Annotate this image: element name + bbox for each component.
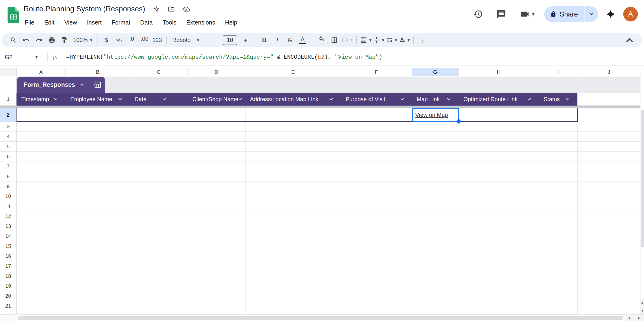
column-header-e[interactable]: E [245,68,341,76]
vertical-scrollbar[interactable]: ▲ ▼ [640,68,644,315]
filter-chevron-icon[interactable] [162,98,166,100]
scroll-down-icon[interactable]: ▼ [640,307,644,315]
vertical-align-button[interactable]: ▾ [373,34,384,46]
select-all-corner[interactable] [0,68,16,76]
account-avatar[interactable]: A [623,7,638,21]
move-folder-icon[interactable] [168,5,175,13]
increase-decimal-button[interactable]: .00 → [139,34,150,46]
column-header-g[interactable]: G [412,68,459,76]
decrease-font-size-button[interactable]: − [209,34,220,46]
row-header-9[interactable]: 9 [0,181,16,191]
share-dropdown-button[interactable] [585,6,598,22]
empty-grid-cells[interactable] [16,122,640,315]
font-size-input[interactable]: 10 [222,35,237,45]
horizontal-scrollbar-thumb[interactable] [18,316,623,320]
menu-view[interactable]: View [59,19,82,26]
sheet-tab-dropdown-icon[interactable] [80,83,84,86]
header-date[interactable]: Date [130,93,188,106]
row-header-5[interactable]: 5 [0,142,16,152]
sheet-tab-form-responses[interactable]: Form_Responses [17,77,105,93]
column-header-h[interactable]: H [459,68,539,76]
row-header-16[interactable]: 16 [0,251,16,261]
fill-handle[interactable] [456,119,461,124]
version-history-icon[interactable] [473,9,483,19]
decrease-decimal-button[interactable]: .0 ← [126,34,138,46]
filter-chevron-icon[interactable] [329,98,333,100]
row-header-2[interactable]: 2 [0,108,16,122]
gemini-sparkle-icon[interactable] [606,9,616,19]
fill-color-button[interactable] [316,34,327,46]
menu-extensions[interactable]: Extensions [181,19,220,26]
filter-chevron-icon[interactable] [118,98,122,100]
font-family-select[interactable]: Roboto ▾ [170,34,201,46]
table-view-button[interactable] [90,81,105,89]
column-header-c[interactable]: C [130,68,188,76]
row-header-11[interactable]: 11 [0,201,16,211]
print-icon[interactable] [46,34,57,46]
filter-chevron-icon[interactable] [447,98,451,100]
row-header-18[interactable]: 18 [0,271,16,281]
row-header-13[interactable]: 13 [0,221,16,231]
row-header-7[interactable]: 7 [0,161,16,171]
scroll-left-icon[interactable]: ◀ [625,315,634,321]
filter-chevron-icon[interactable] [528,98,531,100]
row-header-15[interactable]: 15 [0,241,16,251]
scroll-right-icon[interactable]: ▶ [634,315,644,321]
borders-button[interactable] [328,34,340,46]
header-map-link[interactable]: Map Link [412,93,459,106]
menu-data[interactable]: Data [135,19,158,26]
menu-tools[interactable]: Tools [158,19,181,26]
menu-edit[interactable]: Edit [39,19,59,26]
row-2-cells[interactable]: View on Map [16,108,640,122]
filter-chevron-icon[interactable] [566,98,570,100]
bold-button[interactable]: B [259,34,270,46]
row-header-21[interactable]: 21 [0,301,16,311]
column-header-i[interactable]: I [539,68,578,76]
menu-format[interactable]: Format [107,19,135,26]
row-header-6[interactable]: 6 [0,152,16,161]
column-header-j[interactable]: J [578,68,640,76]
column-header-d[interactable]: D [188,68,245,76]
row-header-17[interactable]: 17 [0,261,16,271]
strikethrough-button[interactable]: S [284,34,296,46]
header-address-location-map-link[interactable]: Address/Location Map Link [245,93,341,106]
header-timestamp[interactable]: Timestamp [16,93,66,106]
row-header-19[interactable]: 19 [0,281,16,291]
header-purpose-of-visit[interactable]: Purpose of Visit [341,93,412,106]
header-optimized-route-link[interactable]: Optimized Route Link [459,93,539,106]
cloud-saved-icon[interactable] [182,5,190,13]
number-format-button[interactable]: 123 [152,34,163,46]
share-button[interactable]: Share [544,6,584,22]
column-header-b[interactable]: B [66,68,130,76]
meet-video-icon[interactable] [520,9,530,19]
document-title[interactable]: Route Planning System (Responses) [24,5,145,13]
row-header-22[interactable]: 22 [0,311,16,315]
header-status[interactable]: Status [539,93,578,106]
row-header-10[interactable]: 10 [0,191,16,201]
merge-cells-button[interactable]: ▾ [341,34,353,46]
menu-file[interactable]: File [20,19,39,26]
row-header-3[interactable]: 3 [0,122,16,132]
text-rotation-button[interactable]: ▾ [398,34,410,46]
collapse-menus-icon[interactable] [624,34,635,46]
frozen-row-divider[interactable] [0,106,642,108]
selected-cell-g2[interactable]: View on Map [412,108,459,122]
column-header-a[interactable]: A [16,68,66,76]
vertical-scrollbar-thumb[interactable] [641,110,644,247]
row-header-12[interactable]: 12 [0,211,16,221]
filter-chevron-icon[interactable] [54,98,58,100]
horizontal-scrollbar[interactable] [0,315,644,321]
header-employee-name[interactable]: Employee Name [66,93,130,106]
search-icon[interactable] [8,34,19,46]
row-header-14[interactable]: 14 [0,231,16,241]
meet-dropdown-icon[interactable]: ▾ [532,11,535,17]
undo-icon[interactable] [20,34,32,46]
name-box-caret-icon[interactable]: ▾ [36,54,47,60]
text-wrap-button[interactable]: ▾ [386,34,397,46]
name-box[interactable]: G2 [0,54,36,61]
increase-font-size-button[interactable]: + [240,34,251,46]
horizontal-align-button[interactable]: ▾ [360,34,372,46]
more-options-icon[interactable]: ⋮ [417,34,429,46]
header-client-shop-name[interactable]: Client/Shop Name [188,93,245,106]
scroll-up-icon[interactable]: ▲ [640,299,644,306]
